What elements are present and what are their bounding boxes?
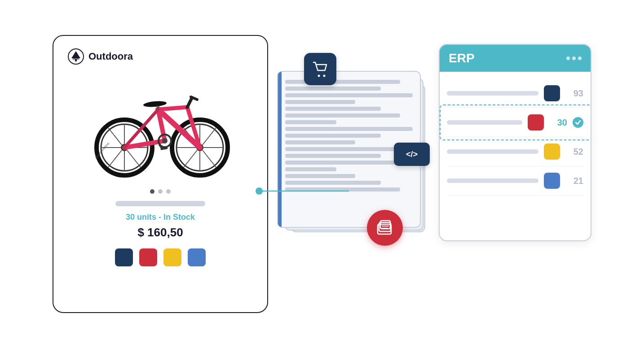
erp-row-3-label bbox=[447, 149, 538, 154]
erp-panel: ERP 93 30 bbox=[439, 44, 591, 241]
bike-image-area: MOUNTAINBIKE bbox=[68, 69, 253, 186]
swatch-red[interactable] bbox=[139, 248, 157, 266]
swatch-yellow[interactable] bbox=[163, 248, 181, 266]
svg-line-25 bbox=[203, 128, 216, 145]
erp-qty-3: 52 bbox=[565, 147, 583, 157]
code-line bbox=[285, 100, 355, 104]
code-line bbox=[285, 174, 355, 178]
product-card: Outdoora bbox=[53, 35, 268, 313]
code-badge: </> bbox=[394, 143, 430, 166]
price-label: $ 160,50 bbox=[137, 226, 183, 239]
erp-header-dots bbox=[566, 57, 582, 60]
erp-body: 93 30 52 bbox=[440, 72, 591, 203]
cart-badge bbox=[304, 53, 336, 85]
code-line bbox=[285, 134, 381, 138]
svg-line-23 bbox=[203, 150, 216, 167]
code-line bbox=[285, 87, 381, 91]
svg-line-24 bbox=[184, 150, 197, 167]
carousel-dot-2[interactable] bbox=[158, 189, 163, 194]
carousel-dot-1[interactable] bbox=[150, 189, 154, 194]
code-line bbox=[285, 147, 400, 151]
product-title-bar bbox=[115, 201, 205, 206]
erp-row-4: 21 bbox=[447, 166, 583, 196]
svg-line-13 bbox=[108, 150, 122, 167]
svg-point-42 bbox=[323, 75, 326, 77]
erp-dot-3 bbox=[578, 57, 582, 60]
code-line bbox=[285, 181, 381, 185]
code-line bbox=[285, 107, 381, 111]
code-line bbox=[285, 80, 400, 84]
erp-header: ERP bbox=[440, 45, 591, 72]
color-swatches bbox=[115, 248, 206, 266]
svg-line-11 bbox=[108, 128, 122, 145]
scene: Outdoora bbox=[53, 17, 591, 331]
erp-row-2-label bbox=[447, 120, 522, 125]
erp-qty-2: 30 bbox=[549, 117, 567, 128]
swatch-blue[interactable] bbox=[188, 248, 206, 266]
check-badge bbox=[573, 117, 583, 128]
layers-badge bbox=[367, 210, 403, 246]
brand-logo-icon bbox=[68, 48, 84, 65]
erp-swatch-3 bbox=[544, 144, 560, 160]
erp-title: ERP bbox=[449, 51, 475, 65]
erp-swatch-1 bbox=[544, 85, 560, 101]
svg-point-34 bbox=[143, 100, 167, 108]
bike-image: MOUNTAINBIKE bbox=[88, 74, 232, 181]
svg-line-12 bbox=[127, 150, 141, 167]
svg-point-33 bbox=[162, 138, 168, 144]
erp-row-3: 52 bbox=[447, 137, 583, 166]
code-line bbox=[285, 140, 355, 144]
card-header: Outdoora bbox=[68, 48, 253, 65]
erp-dot-1 bbox=[566, 57, 570, 60]
erp-row-4-label bbox=[447, 178, 538, 183]
erp-dot-2 bbox=[572, 57, 576, 60]
swatch-navy[interactable] bbox=[115, 248, 133, 266]
cart-icon bbox=[311, 60, 329, 78]
svg-point-41 bbox=[318, 75, 320, 77]
erp-qty-4: 21 bbox=[565, 176, 583, 186]
svg-line-29 bbox=[158, 107, 187, 109]
erp-swatch-2 bbox=[528, 114, 544, 130]
stock-label: 30 units - In Stock bbox=[126, 213, 195, 222]
erp-row-1-label bbox=[447, 91, 538, 96]
erp-swatch-4 bbox=[544, 173, 560, 189]
erp-row-1: 93 bbox=[447, 79, 583, 108]
code-line bbox=[285, 154, 381, 158]
svg-rect-3 bbox=[75, 59, 77, 61]
code-line bbox=[285, 120, 336, 124]
brand-name: Outdoora bbox=[88, 51, 133, 62]
code-line bbox=[285, 167, 336, 171]
carousel-dot-3[interactable] bbox=[166, 189, 171, 194]
code-line bbox=[285, 187, 400, 191]
layers-icon bbox=[375, 218, 395, 238]
svg-line-36 bbox=[187, 98, 192, 107]
code-line bbox=[285, 93, 413, 97]
code-line bbox=[285, 113, 400, 117]
erp-row-2: 30 bbox=[447, 108, 583, 137]
code-badge-label: </> bbox=[406, 150, 418, 159]
erp-qty-1: 93 bbox=[565, 88, 583, 99]
carousel-dots bbox=[150, 189, 171, 194]
code-line bbox=[285, 127, 413, 131]
check-icon bbox=[575, 119, 581, 126]
